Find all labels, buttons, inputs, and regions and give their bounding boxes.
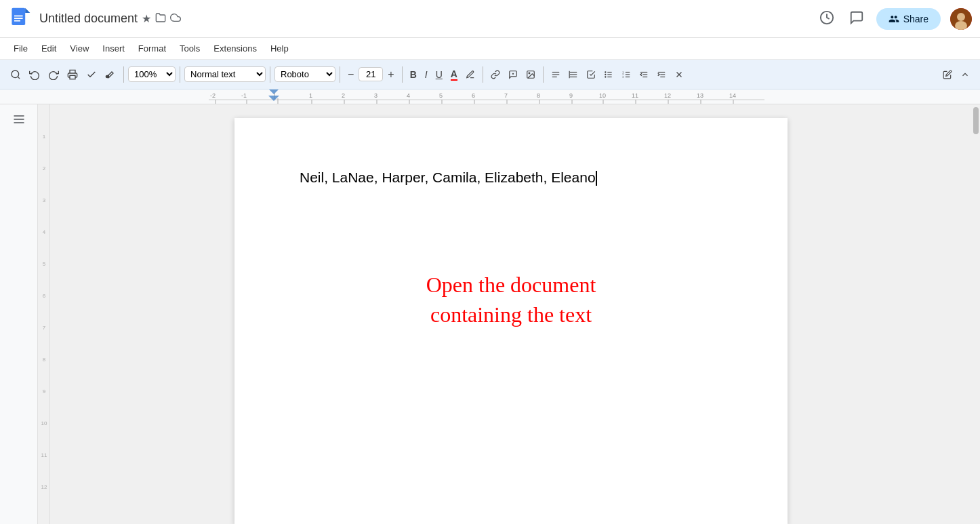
svg-text:9: 9: [42, 388, 45, 395]
svg-text:6: 6: [472, 92, 475, 99]
print-button[interactable]: [64, 66, 81, 83]
names-text: Neil, LaNae, Harper, Camila, Elizabeth, …: [300, 169, 596, 185]
svg-point-26: [605, 74, 606, 75]
separator-5: [402, 66, 403, 83]
comment-button[interactable]: [846, 7, 867, 30]
separator-7: [543, 66, 544, 83]
line-spacing-button[interactable]: [565, 67, 581, 82]
top-bar: Untitled document ★ Share: [0, 0, 980, 38]
italic-button[interactable]: I: [422, 66, 431, 83]
svg-text:10: 10: [599, 92, 606, 99]
svg-rect-11: [70, 75, 75, 79]
menu-edit[interactable]: Edit: [36, 41, 62, 56]
doc-content[interactable]: Neil, LaNae, Harper, Camila, Elizabeth, …: [300, 167, 722, 330]
menu-format[interactable]: Format: [133, 41, 171, 56]
font-size-input[interactable]: [359, 67, 383, 81]
svg-text:2: 2: [342, 92, 345, 99]
doc-title[interactable]: Untitled document: [39, 12, 138, 26]
menu-view[interactable]: View: [64, 41, 94, 56]
svg-text:4: 4: [407, 92, 410, 99]
svg-marker-1: [25, 7, 30, 12]
collapse-toolbar-button[interactable]: [957, 67, 973, 82]
page-area[interactable]: Neil, LaNae, Harper, Camila, Elizabeth, …: [50, 104, 972, 524]
zoom-select[interactable]: 100%50%75%125%150%: [128, 66, 176, 82]
align-button[interactable]: [548, 67, 564, 82]
menu-bar: File Edit View Insert Format Tools Exten…: [0, 38, 980, 60]
svg-text:2: 2: [42, 165, 45, 172]
font-select[interactable]: RobotoArialTimes New Roman: [274, 66, 335, 82]
star-icon[interactable]: ★: [142, 12, 151, 25]
folder-icon[interactable]: [155, 12, 166, 26]
share-label: Share: [903, 14, 928, 24]
numbered-list-button[interactable]: 123: [618, 67, 634, 82]
sidebar: [0, 104, 38, 524]
annotation-line2: containing the text: [300, 300, 722, 330]
menu-tools[interactable]: Tools: [174, 41, 205, 56]
svg-text:1: 1: [309, 92, 312, 99]
text-cursor: [596, 171, 597, 186]
svg-text:1: 1: [42, 134, 45, 140]
avatar[interactable]: [950, 8, 972, 30]
menu-extensions[interactable]: Extensions: [208, 41, 262, 56]
menu-help[interactable]: Help: [265, 41, 294, 56]
vertical-ruler: 1 2 3 4 5 6 7 8 9 10 11 12: [38, 104, 50, 524]
svg-rect-2: [14, 15, 23, 16]
font-size-inc-button[interactable]: +: [384, 66, 397, 83]
indent-inc-button[interactable]: [653, 67, 670, 82]
clear-format-button[interactable]: [671, 67, 687, 82]
menu-insert[interactable]: Insert: [97, 41, 130, 56]
search-button[interactable]: [7, 66, 24, 83]
comment-add-button[interactable]: [505, 67, 521, 82]
font-size-dec-button[interactable]: −: [344, 66, 357, 83]
svg-text:6: 6: [42, 293, 45, 299]
outline-toggle[interactable]: [12, 113, 26, 129]
menu-file[interactable]: File: [8, 41, 33, 56]
link-button[interactable]: [487, 67, 504, 82]
svg-text:10: 10: [41, 420, 47, 426]
annotation-line1: Open the document: [300, 270, 722, 300]
svg-text:13: 13: [697, 92, 703, 99]
doc-title-row: Untitled document ★: [39, 12, 181, 26]
svg-text:5: 5: [42, 261, 45, 267]
text-color-button[interactable]: A: [447, 66, 461, 83]
svg-text:7: 7: [504, 92, 508, 99]
svg-text:-2: -2: [210, 92, 216, 99]
underline-button[interactable]: U: [432, 66, 446, 83]
bullet-list-button[interactable]: [600, 67, 617, 82]
share-button[interactable]: Share: [876, 8, 941, 30]
names-paragraph[interactable]: Neil, LaNae, Harper, Camila, Elizabeth, …: [300, 167, 722, 188]
svg-text:5: 5: [439, 92, 443, 99]
paint-format-button[interactable]: [102, 66, 119, 83]
svg-point-25: [605, 71, 606, 72]
app-logo: [8, 7, 33, 31]
svg-rect-4: [14, 20, 20, 21]
svg-text:12: 12: [664, 92, 671, 99]
ruler: -2 -1 | 1 2 3 4 5 6 7 8 9 10 11 12 13 14: [0, 89, 980, 104]
image-button[interactable]: [523, 67, 539, 82]
edit-mode-button[interactable]: [939, 67, 956, 82]
svg-text:8: 8: [537, 92, 540, 99]
scrollbar-thumb[interactable]: [973, 107, 979, 134]
svg-point-27: [605, 76, 606, 77]
cloud-icon: [170, 12, 181, 26]
editor-container: 1 2 3 4 5 6 7 8 9 10 11 12 N: [0, 104, 980, 524]
history-button[interactable]: [817, 7, 837, 30]
redo-button[interactable]: [45, 66, 62, 83]
undo-button[interactable]: [26, 66, 43, 83]
indent-dec-button[interactable]: [636, 67, 652, 82]
spellcheck-button[interactable]: [83, 66, 100, 83]
style-select[interactable]: Normal textTitleHeading 1Heading 2: [184, 66, 266, 82]
separator-2: [180, 66, 180, 83]
svg-text:9: 9: [569, 92, 573, 99]
checklist-button[interactable]: [583, 67, 599, 82]
svg-text:4: 4: [42, 229, 45, 235]
svg-rect-42: [209, 89, 764, 104]
svg-rect-3: [14, 18, 23, 19]
scrollbar-track[interactable]: [972, 104, 980, 524]
toolbar: 100%50%75%125%150% Normal textTitleHeadi…: [0, 60, 980, 89]
svg-line-10: [18, 77, 20, 79]
highlight-button[interactable]: [462, 67, 478, 82]
svg-text:3: 3: [42, 197, 45, 203]
separator-1: [123, 66, 124, 83]
bold-button[interactable]: B: [407, 66, 420, 83]
